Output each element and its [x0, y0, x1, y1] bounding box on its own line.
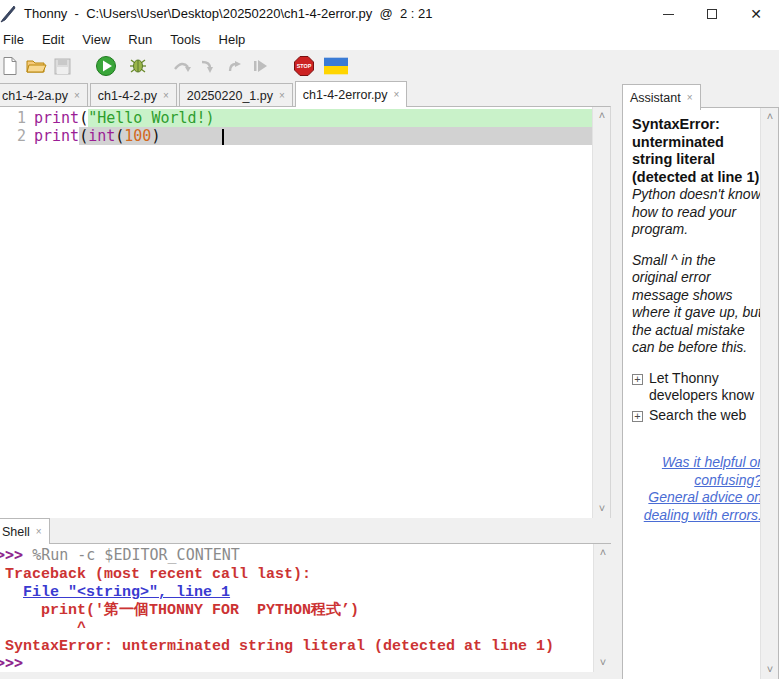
- expand-plus-icon[interactable]: +: [632, 374, 643, 385]
- shell-scrollbar[interactable]: ˄ ˅: [593, 544, 611, 672]
- code-token: ): [151, 127, 160, 145]
- tab-close-icon[interactable]: ×: [279, 90, 285, 101]
- text-cursor: [222, 129, 224, 145]
- code-line-2: 2print(int(100): [0, 127, 592, 145]
- menu-item-help[interactable]: Help: [210, 30, 255, 49]
- code-line-1: 1print("Hello World!): [0, 109, 592, 127]
- assistant-panel: SyntaxError: unterminated string literal…: [622, 107, 779, 679]
- expand-plus-icon[interactable]: +: [632, 411, 643, 422]
- close-button[interactable]: ✕: [733, 0, 779, 28]
- thonny-app-icon: [0, 5, 16, 23]
- editor-scrollbar[interactable]: ˄ ˅: [592, 107, 610, 518]
- editor-tab-20250220_1.py-label: 20250220_1.py: [187, 89, 273, 103]
- assistant-expander[interactable]: +Search the web: [632, 407, 762, 425]
- editor-tab-ch1-4-2.py[interactable]: ch1-4-2.py×: [90, 83, 177, 107]
- tab-close-icon[interactable]: ×: [163, 90, 169, 101]
- assistant-explanation: Small ^ in the original error message sh…: [632, 252, 762, 357]
- shell-tab-bar: Shell×: [0, 519, 52, 544]
- scroll-down-icon[interactable]: ˅: [593, 501, 611, 517]
- editor-tab-ch1-4-2.py-label: ch1-4-2.py: [98, 89, 157, 103]
- title-bar: Thonny - C:\Users\User\Desktop\20250220\…: [0, 0, 779, 28]
- minimize-button[interactable]: [645, 0, 691, 28]
- code-line-text: print("Hello World!): [34, 109, 592, 127]
- code-editor[interactable]: 1print("Hello World!)2print(int(100) ˄ ˅: [0, 106, 611, 518]
- code-area: 1print("Hello World!)2print(int(100): [0, 109, 592, 145]
- run-button[interactable]: [94, 54, 118, 78]
- shell-tab-label: Shell: [2, 525, 30, 539]
- editor-tab-20250220_1.py[interactable]: 20250220_1.py×: [179, 83, 293, 107]
- stop-button[interactable]: STOP: [292, 54, 316, 78]
- shell-text-segment: SyntaxError: unterminated string literal…: [0, 638, 554, 655]
- maximize-icon: [707, 9, 717, 19]
- menu-item-view[interactable]: View: [73, 30, 119, 49]
- assistant-expander[interactable]: +Let Thonny developers know: [632, 370, 762, 405]
- code-token: int: [88, 127, 115, 145]
- debug-button[interactable]: [126, 54, 150, 78]
- editor-tab-ch1-4-2a.py[interactable]: ch1-4-2a.py×: [0, 83, 88, 107]
- shell-text-segment: %Run -c $EDITOR_CONTENT: [32, 546, 240, 564]
- close-icon: ✕: [750, 7, 762, 21]
- tab-close-icon[interactable]: ×: [394, 89, 400, 100]
- code-token: "Hello World!): [88, 109, 214, 127]
- window-title: Thonny - C:\Users\User\Desktop\20250220\…: [24, 6, 432, 21]
- tab-close-icon[interactable]: ×: [74, 90, 80, 101]
- step-out-button: [222, 54, 246, 78]
- scroll-down-icon[interactable]: ˅: [594, 655, 612, 671]
- step-out-icon: [224, 56, 244, 76]
- menu-item-run[interactable]: Run: [119, 30, 161, 49]
- shell-line: File "<string>", line 1: [0, 582, 593, 600]
- line-highlight-fill: [160, 127, 592, 145]
- shell-prompt: >>>: [0, 546, 32, 564]
- new-file-button[interactable]: [0, 54, 22, 78]
- tab-close-icon[interactable]: ×: [36, 526, 42, 537]
- assistant-expander-label: Search the web: [649, 407, 746, 425]
- shell-text-segment: Traceback (most recent call last):: [0, 566, 311, 583]
- shell-text-segment: [0, 584, 23, 601]
- debug-bug-icon: [128, 56, 148, 76]
- scroll-up-icon[interactable]: ˄: [593, 108, 611, 124]
- scroll-up-icon[interactable]: ˄: [594, 545, 612, 561]
- open-folder-icon: [25, 56, 47, 76]
- ukraine-flag-button[interactable]: [324, 54, 348, 78]
- stop-icon: STOP: [293, 55, 315, 77]
- resume-icon: [250, 56, 270, 76]
- shell-line: Traceback (most recent call last):: [0, 564, 593, 582]
- maximize-button[interactable]: [689, 0, 735, 28]
- assistant-tab-label: Assistant: [630, 91, 681, 105]
- svg-text:STOP: STOP: [297, 63, 312, 69]
- code-token: (: [115, 127, 124, 145]
- code-token: (: [79, 127, 88, 145]
- menu-item-edit[interactable]: Edit: [33, 30, 73, 49]
- minimize-icon: [663, 14, 674, 15]
- shell-output: >>> %Run -c $EDITOR_CONTENT Traceback (m…: [0, 546, 593, 672]
- assistant-link[interactable]: General advice on dealing with errors.: [632, 489, 762, 524]
- open-file-button[interactable]: [24, 54, 48, 78]
- shell-panel[interactable]: >>> %Run -c $EDITOR_CONTENT Traceback (m…: [0, 543, 611, 672]
- assistant-tab[interactable]: Assistant×: [622, 84, 701, 110]
- code-line-text: print(int(100): [34, 127, 592, 145]
- shell-text-segment: ^: [0, 620, 86, 637]
- tab-close-icon[interactable]: ×: [687, 92, 693, 103]
- step-into-button: [196, 54, 220, 78]
- assistant-scrollbar[interactable]: ˄ ˅: [760, 108, 778, 679]
- editor-tab-ch1-4-2error.py[interactable]: ch1-4-2error.py×: [295, 81, 408, 107]
- editor-tab-bar: ch1-4-2a.py×ch1-4-2.py×20250220_1.py×ch1…: [0, 82, 409, 107]
- step-into-icon: [198, 56, 218, 76]
- editor-tab-ch1-4-2a.py-label: ch1-4-2a.py: [2, 89, 68, 103]
- shell-line: >>>: [0, 654, 593, 672]
- menu-item-tools[interactable]: Tools: [161, 30, 209, 49]
- scroll-down-icon[interactable]: ˅: [761, 662, 779, 678]
- assistant-tab-bar: Assistant×: [622, 85, 703, 110]
- assistant-expander-label: Let Thonny developers know: [649, 370, 762, 405]
- menu-item-file[interactable]: File: [0, 30, 33, 49]
- assistant-link[interactable]: Was it helpful or confusing?: [632, 454, 762, 489]
- traceback-file-link[interactable]: File "<string>", line 1: [23, 584, 230, 601]
- line-highlight-fill: [215, 109, 592, 127]
- scroll-up-icon[interactable]: ˄: [761, 109, 779, 125]
- shell-text-segment: print('第一個THONNY FOR PYTHON程式’): [0, 602, 359, 619]
- assistant-error-title: SyntaxError: unterminated string literal…: [632, 116, 762, 186]
- shell-tab[interactable]: Shell×: [0, 518, 50, 544]
- save-file-button: [50, 54, 74, 78]
- run-icon: [95, 55, 117, 77]
- code-token: 100: [124, 127, 151, 145]
